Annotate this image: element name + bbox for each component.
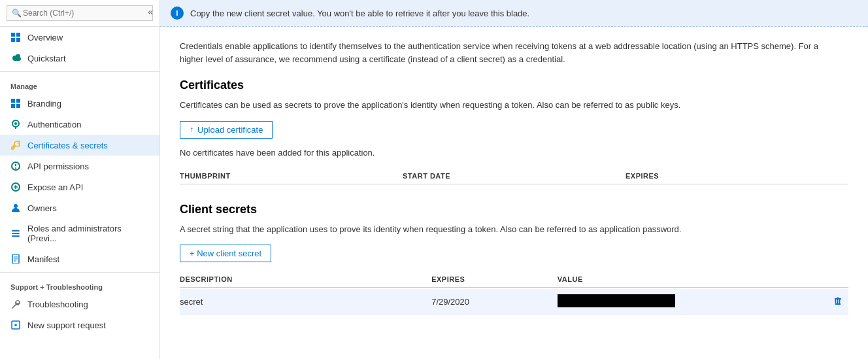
- owners-icon: [10, 203, 21, 213]
- key-icon: [10, 140, 21, 150]
- sidebar-item-label: Manifest: [27, 254, 59, 264]
- roles-icon: [10, 228, 21, 239]
- sidebar-item-label: Expose an API: [27, 182, 83, 192]
- new-client-secret-label: + New client secret: [190, 248, 261, 258]
- svg-rect-6: [11, 104, 15, 108]
- sidebar-item-label: Authentication: [27, 120, 81, 129]
- client-secrets-table-header: DESCRIPTION EXPIRES VALUE: [180, 271, 848, 288]
- main-content: i Copy the new client secret value. You …: [160, 0, 868, 359]
- svg-rect-1: [16, 33, 20, 37]
- svg-rect-4: [11, 99, 15, 103]
- client-secrets-title: Client secrets: [180, 203, 848, 216]
- svg-point-17: [14, 204, 18, 208]
- sidebar-item-label: Certificates & secrets: [27, 141, 108, 150]
- authentication-icon: [10, 119, 21, 129]
- svg-rect-20: [12, 235, 20, 237]
- cloud-icon: [10, 53, 21, 63]
- sidebar-item-label: Overview: [27, 33, 63, 43]
- secret-expires-column-header: EXPIRES: [431, 275, 558, 283]
- secret-value-mask: [558, 294, 675, 307]
- intro-text: Credentials enable applications to ident…: [180, 40, 820, 65]
- info-banner: i Copy the new client secret value. You …: [160, 0, 868, 27]
- svg-rect-7: [16, 104, 20, 108]
- manifest-icon: [10, 254, 21, 264]
- search-input[interactable]: [7, 5, 153, 21]
- sidebar-item-label: Branding: [27, 99, 61, 109]
- client-secrets-description: A secret string that the application use…: [180, 223, 848, 236]
- certificates-section: Certificates Certificates can be used as…: [180, 78, 848, 184]
- support-divider: [0, 272, 159, 273]
- sidebar-item-new-support[interactable]: New support request: [0, 315, 159, 335]
- sidebar-item-label: New support request: [27, 320, 106, 330]
- banner-message: Copy the new client secret value. You wo…: [190, 9, 529, 18]
- thumbprint-column-header: THUMBPRINT: [180, 172, 403, 180]
- sidebar-item-authentication[interactable]: Authentication: [0, 114, 159, 135]
- svg-point-13: [15, 167, 16, 169]
- value-column-header: VALUE: [558, 275, 809, 283]
- grid-icon: [10, 32, 21, 43]
- permissions-icon: [10, 161, 21, 171]
- search-bar: 🔍 «: [0, 0, 159, 27]
- no-certificates-text: No certificates have been added for this…: [180, 148, 848, 158]
- wrench-icon: [10, 299, 21, 309]
- support-section-header: Support + Troubleshooting: [0, 275, 159, 294]
- upload-icon: ↑: [190, 125, 193, 134]
- sidebar-item-label: Roles and administrators (Previ...: [27, 224, 149, 243]
- upload-certificate-button[interactable]: ↑ Upload certificate: [180, 121, 273, 139]
- svg-rect-5: [16, 99, 20, 103]
- info-icon: i: [171, 7, 184, 20]
- sidebar-item-troubleshooting[interactable]: Troubleshooting: [0, 294, 159, 315]
- support-icon: [10, 320, 21, 330]
- expose-api-icon: [10, 182, 21, 192]
- svg-rect-19: [12, 233, 20, 234]
- sidebar-item-expose-api[interactable]: Expose an API: [0, 177, 159, 197]
- sidebar: 🔍 « Overview Quickstart Manage: [0, 0, 160, 359]
- sidebar-item-quickstart[interactable]: Quickstart: [0, 48, 159, 69]
- manage-divider: [0, 71, 159, 72]
- sidebar-item-label: Troubleshooting: [27, 299, 88, 309]
- sidebar-item-label: API permissions: [27, 162, 89, 171]
- sidebar-item-overview[interactable]: Overview: [0, 27, 159, 48]
- sidebar-item-certificates[interactable]: Certificates & secrets: [0, 135, 159, 156]
- certificates-title: Certificates: [180, 78, 848, 92]
- sidebar-item-owners[interactable]: Owners: [0, 197, 159, 218]
- svg-rect-2: [11, 38, 15, 42]
- actions-column-header: [809, 275, 848, 283]
- sidebar-item-label: Quickstart: [27, 54, 66, 63]
- svg-rect-3: [16, 38, 20, 42]
- table-row: secret 7/29/2020: [180, 289, 848, 315]
- certificates-description: Certificates can be used as secrets to p…: [180, 99, 848, 112]
- svg-rect-0: [11, 33, 15, 37]
- collapse-sidebar-button[interactable]: «: [146, 5, 154, 18]
- delete-secret-button[interactable]: [809, 296, 848, 309]
- new-client-secret-button[interactable]: + New client secret: [180, 245, 271, 262]
- secret-expires: 7/29/2020: [431, 297, 558, 307]
- secret-description: secret: [180, 297, 431, 307]
- content-area: Credentials enable applications to ident…: [160, 27, 868, 359]
- svg-rect-18: [12, 230, 20, 231]
- description-column-header: DESCRIPTION: [180, 275, 431, 283]
- certificates-table-header: THUMBPRINT START DATE EXPIRES: [180, 168, 848, 184]
- upload-certificate-label: Upload certificate: [197, 125, 263, 135]
- svg-point-9: [14, 122, 17, 125]
- sidebar-item-branding[interactable]: Branding: [0, 93, 159, 114]
- branding-icon: [10, 98, 21, 109]
- sidebar-item-label: Owners: [27, 203, 57, 213]
- sidebar-item-api-permissions[interactable]: API permissions: [0, 156, 159, 177]
- sidebar-item-manifest[interactable]: Manifest: [0, 248, 159, 269]
- sidebar-item-roles[interactable]: Roles and administrators (Previ...: [0, 218, 159, 248]
- client-secrets-section: Client secrets A secret string that the …: [180, 203, 848, 316]
- secret-value: [558, 294, 809, 309]
- search-icon: 🔍: [12, 9, 22, 18]
- expires-column-header: EXPIRES: [626, 172, 848, 180]
- manage-section-header: Manage: [0, 75, 159, 93]
- start-date-column-header: START DATE: [403, 172, 626, 180]
